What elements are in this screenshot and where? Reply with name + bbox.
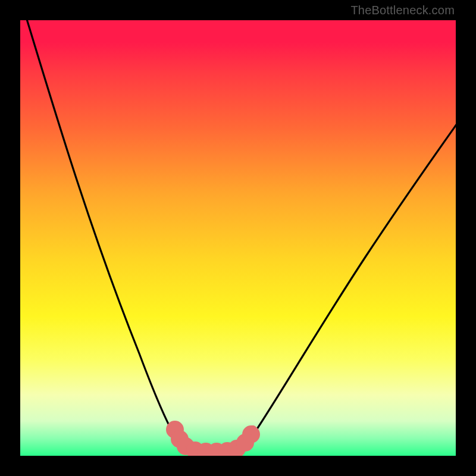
- svg-point-9: [246, 430, 256, 439]
- bottleneck-curve: [26, 20, 456, 451]
- chart-svg: [20, 20, 456, 456]
- plot-area: [20, 20, 456, 456]
- chart-frame: TheBottleneck.com: [0, 0, 476, 476]
- watermark-text: TheBottleneck.com: [350, 4, 455, 17]
- optimal-band: [170, 425, 256, 456]
